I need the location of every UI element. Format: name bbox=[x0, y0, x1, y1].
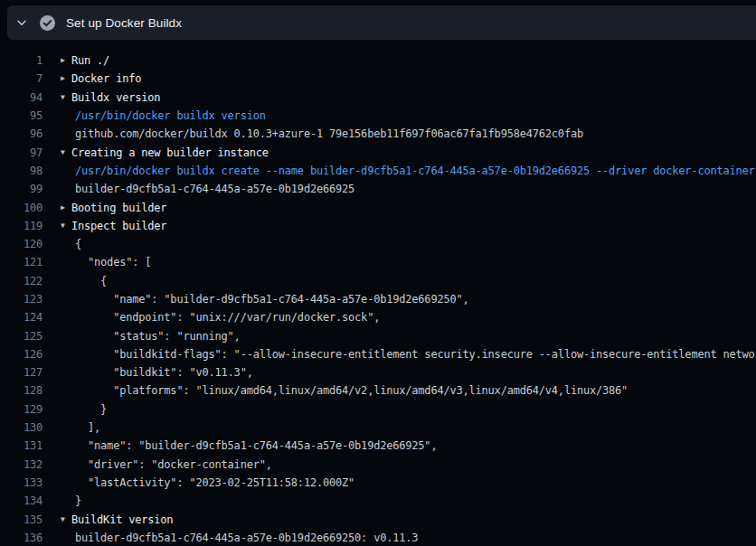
line-number-link[interactable]: 135 bbox=[0, 513, 43, 526]
group-toggle[interactable]: ▶Run ./ bbox=[61, 54, 109, 67]
group-title: Creating a new builder instance bbox=[71, 146, 269, 159]
group-toggle[interactable]: ▼Creating a new builder instance bbox=[61, 146, 269, 159]
line-number-link[interactable]: 133 bbox=[0, 476, 43, 489]
line-number-link[interactable]: 94 bbox=[0, 91, 43, 104]
output-text: } bbox=[75, 403, 107, 416]
log-group-row[interactable]: 1▶Run ./ bbox=[0, 52, 756, 70]
line-number-link[interactable]: 132 bbox=[0, 458, 43, 471]
line-number-link[interactable]: 96 bbox=[0, 127, 43, 140]
log-text-wrap: github.com/docker/buildx 0.10.3+azure-1 … bbox=[75, 127, 583, 140]
log-text-wrap: "platforms": "linux/amd64,linux/amd64/v2… bbox=[75, 384, 628, 397]
group-toggle[interactable]: ▼Buildx version bbox=[61, 91, 160, 104]
line-number-link[interactable]: 1 bbox=[0, 54, 43, 67]
line-number-link[interactable]: 99 bbox=[0, 183, 43, 195]
log-text-wrap: /usr/bin/docker buildx create --name bui… bbox=[75, 165, 755, 177]
log-text-wrap: builder-d9cfb5a1-c764-445a-a57e-0b19d2e6… bbox=[75, 532, 418, 544]
group-toggle[interactable]: ▶Docker info bbox=[61, 72, 141, 85]
log-text-wrap: "driver": "docker-container", bbox=[75, 458, 272, 471]
log-group-row[interactable]: 94▼Buildx version bbox=[0, 89, 756, 107]
log-line-row: 133 "lastActivity": "2023-02-25T11:58:12… bbox=[0, 474, 756, 492]
group-toggle[interactable]: ▼BuildKit version bbox=[61, 513, 173, 526]
line-number-link[interactable]: 126 bbox=[0, 348, 43, 361]
log-group-row[interactable]: 135▼BuildKit version bbox=[0, 510, 756, 528]
chevron-down-icon bbox=[15, 16, 28, 29]
line-number-link[interactable]: 123 bbox=[0, 293, 43, 306]
triangle-collapsed-icon: ▶ bbox=[61, 75, 71, 82]
line-number-link[interactable]: 128 bbox=[0, 384, 43, 397]
log-line-row: 124 "endpoint": "unix:///var/run/docker.… bbox=[0, 308, 756, 326]
line-number-link[interactable]: 98 bbox=[0, 165, 43, 177]
log-line-row: 129 } bbox=[0, 400, 756, 419]
log-text-wrap: "nodes": [ bbox=[75, 256, 151, 268]
group-title: Docker info bbox=[71, 72, 141, 85]
line-number-link[interactable]: 119 bbox=[0, 220, 43, 232]
line-number-link[interactable]: 127 bbox=[0, 366, 43, 379]
output-text: ], bbox=[75, 421, 100, 434]
log-line-row: 131 "name": "builder-d9cfb5a1-c764-445a-… bbox=[0, 437, 756, 455]
output-text: } bbox=[75, 494, 81, 507]
line-number-link[interactable]: 136 bbox=[0, 532, 43, 544]
output-text: "name": "builder-d9cfb5a1-c764-445a-a57e… bbox=[75, 439, 437, 452]
log-text-wrap: { bbox=[75, 275, 107, 287]
log-line-row: 98/usr/bin/docker buildx create --name b… bbox=[0, 162, 756, 180]
line-number-link[interactable]: 121 bbox=[0, 256, 43, 268]
group-toggle[interactable]: ▼Inspect builder bbox=[61, 220, 166, 232]
triangle-expanded-icon: ▼ bbox=[61, 516, 71, 523]
triangle-collapsed-icon: ▶ bbox=[61, 204, 71, 212]
triangle-expanded-icon: ▼ bbox=[61, 149, 71, 156]
line-number-link[interactable]: 120 bbox=[0, 238, 43, 250]
log-line-row: 126 "buildkitd-flags": "--allow-insecure… bbox=[0, 345, 756, 363]
line-number-link[interactable]: 122 bbox=[0, 275, 43, 287]
output-text: github.com/docker/buildx 0.10.3+azure-1 … bbox=[75, 127, 583, 140]
log-line-row: 128 "platforms": "linux/amd64,linux/amd6… bbox=[0, 381, 756, 400]
line-number-link[interactable]: 134 bbox=[0, 494, 43, 507]
group-toggle[interactable]: ▶Booting builder bbox=[61, 202, 166, 214]
line-number-link[interactable]: 100 bbox=[0, 202, 43, 214]
triangle-expanded-icon: ▼ bbox=[61, 222, 71, 230]
line-number-link[interactable]: 131 bbox=[0, 439, 43, 452]
triangle-expanded-icon: ▼ bbox=[61, 94, 71, 101]
log-line-row: 99builder-d9cfb5a1-c764-445a-a57e-0b19d2… bbox=[0, 180, 756, 198]
line-number-link[interactable]: 97 bbox=[0, 146, 43, 159]
output-text: builder-d9cfb5a1-c764-445a-a57e-0b19d2e6… bbox=[75, 183, 354, 195]
log-group-row[interactable]: 100▶Booting builder bbox=[0, 198, 756, 216]
output-text: "status": "running", bbox=[75, 330, 241, 343]
output-text: "buildkit": "v0.11.3", bbox=[75, 366, 253, 379]
output-text: builder-d9cfb5a1-c764-445a-a57e-0b19d2e6… bbox=[75, 532, 418, 544]
output-text: "nodes": [ bbox=[75, 256, 151, 268]
line-number-link[interactable]: 130 bbox=[0, 421, 43, 434]
line-number-link[interactable]: 95 bbox=[0, 109, 43, 122]
log-line-row: 132 "driver": "docker-container", bbox=[0, 456, 756, 474]
step-success-icon bbox=[40, 15, 55, 31]
group-title: Buildx version bbox=[71, 91, 160, 104]
line-number-link[interactable]: 125 bbox=[0, 330, 43, 343]
output-text: { bbox=[75, 275, 107, 287]
log-text-wrap: "buildkitd-flags": "--allow-insecure-ent… bbox=[75, 348, 756, 361]
log-text-wrap: } bbox=[75, 403, 107, 416]
command-text: /usr/bin/docker buildx create --name bui… bbox=[75, 165, 755, 177]
collapse-step-button[interactable] bbox=[11, 12, 33, 33]
log-group-row[interactable]: 7▶Docker info bbox=[0, 70, 756, 88]
log-text-wrap: "name": "builder-d9cfb5a1-c764-445a-a57e… bbox=[75, 439, 437, 452]
log-line-row: 125 "status": "running", bbox=[0, 326, 756, 344]
log-text-wrap: ], bbox=[75, 421, 100, 434]
output-text: "buildkitd-flags": "--allow-insecure-ent… bbox=[75, 348, 756, 361]
log-line-row: 136builder-d9cfb5a1-c764-445a-a57e-0b19d… bbox=[0, 529, 756, 546]
log-line-row: 127 "buildkit": "v0.11.3", bbox=[0, 363, 756, 381]
log-group-row[interactable]: 119▼Inspect builder bbox=[0, 217, 756, 235]
step-header[interactable]: Set up Docker Buildx bbox=[7, 5, 756, 40]
line-number-link[interactable]: 124 bbox=[0, 311, 43, 324]
group-title: Inspect builder bbox=[71, 220, 166, 232]
log-line-row: 122 { bbox=[0, 272, 756, 290]
log-group-row[interactable]: 97▼Creating a new builder instance bbox=[0, 143, 756, 161]
output-text: "driver": "docker-container", bbox=[75, 458, 272, 471]
log-text-wrap: /usr/bin/docker buildx version bbox=[75, 109, 266, 122]
group-title: Run ./ bbox=[71, 54, 109, 67]
line-number-link[interactable]: 7 bbox=[0, 72, 43, 85]
log-line-row: 123 "name": "builder-d9cfb5a1-c764-445a-… bbox=[0, 290, 756, 308]
log-viewer: 1▶Run ./7▶Docker info94▼Buildx version95… bbox=[0, 40, 756, 546]
log-text-wrap: "buildkit": "v0.11.3", bbox=[75, 366, 253, 379]
line-number-link[interactable]: 129 bbox=[0, 403, 43, 416]
output-text: "endpoint": "unix:///var/run/docker.sock… bbox=[75, 311, 380, 324]
group-title: Booting builder bbox=[71, 202, 166, 214]
